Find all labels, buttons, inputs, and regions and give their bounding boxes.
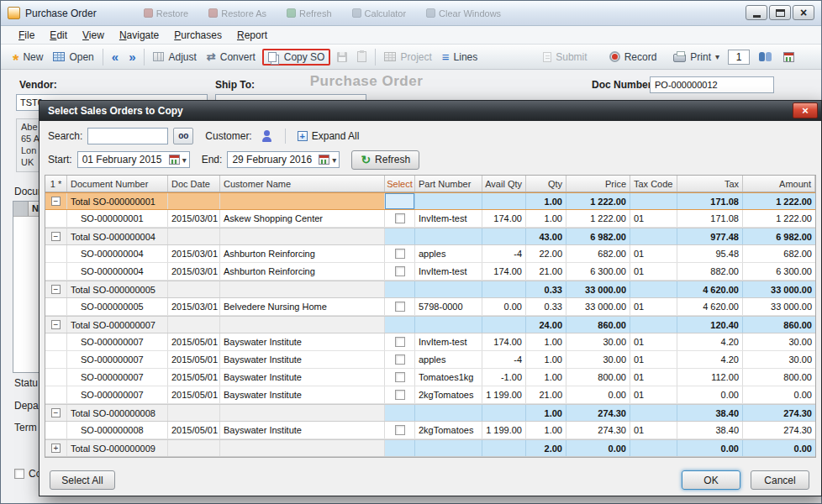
select-checkbox[interactable] xyxy=(395,213,405,223)
so-detail-row[interactable]: SO-0000000082015/05/01Bayswater Institut… xyxy=(45,422,815,439)
cancel-button[interactable]: Cancel xyxy=(751,470,809,490)
expand-all-button[interactable]: Expand All xyxy=(293,129,364,144)
select-checkbox[interactable] xyxy=(395,425,405,435)
cell-avail xyxy=(482,317,526,333)
cell-qty: 43.00 xyxy=(526,228,566,244)
cell-date: 2015/03/01 xyxy=(168,298,220,315)
print-button[interactable]: Print xyxy=(668,49,725,66)
confirm-checkbox[interactable] xyxy=(14,469,24,479)
so-group-row[interactable]: −Total SO-0000000011.001 222.00171.081 2… xyxy=(45,192,815,210)
submit-button[interactable]: Submit xyxy=(538,49,592,66)
so-detail-row[interactable]: SO-0000000042015/03/01Ashburton Reinforc… xyxy=(45,245,815,263)
collapse-icon[interactable]: − xyxy=(51,197,61,206)
column-header-amount[interactable]: Amount xyxy=(743,176,815,192)
close-button[interactable] xyxy=(793,5,814,20)
collapse-icon[interactable]: − xyxy=(51,285,61,294)
menu-bar: File Edit View Navigate Purchases Report xyxy=(1,26,821,45)
search-input[interactable] xyxy=(87,128,168,144)
lines-button[interactable]: Lines xyxy=(437,49,482,66)
customer-picker-button[interactable] xyxy=(257,128,277,144)
separator xyxy=(285,129,286,144)
open-button[interactable]: Open xyxy=(48,49,98,66)
so-detail-row[interactable]: SO-0000000052015/03/01Belvedere Nursing … xyxy=(45,298,815,316)
select-checkbox[interactable] xyxy=(395,337,405,347)
select-checkbox[interactable] xyxy=(395,266,405,276)
menu-edit[interactable]: Edit xyxy=(42,28,75,43)
so-detail-row[interactable]: SO-0000000072015/05/01Bayswater Institut… xyxy=(45,333,815,351)
find-button[interactable] xyxy=(173,128,193,144)
refresh-button[interactable]: Refresh xyxy=(351,150,419,170)
dialog-close-button[interactable] xyxy=(793,102,818,118)
paste-button[interactable] xyxy=(352,49,371,65)
column-header-customer-name[interactable]: Customer Name xyxy=(220,176,385,192)
collapse-icon[interactable]: − xyxy=(51,232,61,241)
page-number-field[interactable]: 1 xyxy=(728,50,750,65)
column-header-select[interactable]: Select xyxy=(385,176,415,192)
window-titlebar: Purchase Order Restore Restore As Refres… xyxy=(1,1,821,26)
maximize-button[interactable] xyxy=(769,5,791,20)
minimize-button[interactable] xyxy=(746,5,767,20)
person-icon xyxy=(261,130,272,142)
so-group-row[interactable]: −Total SO-0000000050.3333 000.004 620.00… xyxy=(45,281,815,298)
collapse-icon[interactable]: − xyxy=(51,320,61,329)
cell-ind xyxy=(45,422,67,438)
cell-avail: 174.00 xyxy=(482,263,526,280)
save-button[interactable] xyxy=(332,50,352,65)
column-header-tax-code[interactable]: Tax Code xyxy=(630,176,677,192)
ok-button[interactable]: OK xyxy=(682,470,740,490)
column-header-avail-qty[interactable]: Avail Qty xyxy=(482,176,526,192)
calendar-button[interactable] xyxy=(778,50,799,65)
cell-part: InvItem-test xyxy=(415,333,482,350)
menu-purchases[interactable]: Purchases xyxy=(166,28,229,43)
cell-cust: Ashburton Reinforcing xyxy=(220,263,385,280)
so-group-row[interactable]: −Total SO-0000000081.00274.3038.40274.30 xyxy=(45,404,815,422)
select-all-button[interactable]: Select All xyxy=(50,470,115,490)
cell-cust: Askew Shopping Center xyxy=(220,210,385,227)
select-checkbox[interactable] xyxy=(395,390,405,400)
next-button[interactable] xyxy=(124,50,140,65)
cell-tax: 95.48 xyxy=(677,245,743,262)
column-header-qty[interactable]: Qty xyxy=(526,176,566,192)
project-button[interactable]: Project xyxy=(379,49,436,66)
so-detail-row[interactable]: SO-0000000072015/05/01Bayswater Institut… xyxy=(45,386,815,404)
select-checkbox[interactable] xyxy=(395,302,405,312)
column-header-indicator[interactable]: 1 * xyxy=(45,176,67,192)
select-checkbox[interactable] xyxy=(395,372,405,382)
so-group-row[interactable]: −Total SO-00000000443.006 982.00977.486 … xyxy=(45,228,815,245)
select-checkbox[interactable] xyxy=(395,249,405,259)
new-button[interactable]: New xyxy=(8,49,48,66)
record-button[interactable]: Record xyxy=(604,49,662,66)
column-header-doc-date[interactable]: Doc Date xyxy=(168,176,220,192)
previous-button[interactable] xyxy=(107,50,124,65)
calculator-icon xyxy=(352,8,361,18)
doc-number-field[interactable] xyxy=(650,76,774,93)
cell-price: 6 982.00 xyxy=(566,228,630,244)
cell-ind xyxy=(45,210,67,227)
select-checkbox[interactable] xyxy=(395,354,405,365)
expand-icon[interactable]: + xyxy=(51,444,61,453)
so-group-row[interactable]: −Total SO-00000000724.00860.00120.40860.… xyxy=(45,316,815,333)
column-header-price[interactable]: Price xyxy=(566,176,630,192)
column-header-document-number[interactable]: Document Number xyxy=(67,176,168,192)
so-detail-row[interactable]: SO-0000000012015/03/01Askew Shopping Cen… xyxy=(45,210,815,228)
menu-navigate[interactable]: Navigate xyxy=(112,28,166,43)
convert-button[interactable]: Convert xyxy=(202,48,261,66)
menu-file[interactable]: File xyxy=(11,28,42,43)
copy-so-button[interactable]: Copy SO xyxy=(268,51,325,63)
start-date-picker[interactable]: 01 February 2015 xyxy=(77,151,190,168)
so-detail-row[interactable]: SO-0000000072015/05/01Bayswater Institut… xyxy=(45,351,815,369)
column-header-part-number[interactable]: Part Number xyxy=(415,176,482,192)
menu-report[interactable]: Report xyxy=(229,28,275,43)
cell-price: 274.30 xyxy=(566,422,630,438)
collapse-icon[interactable]: − xyxy=(51,408,61,417)
so-group-row[interactable]: +Total SO-0000000092.000.000.000.00 xyxy=(45,439,815,457)
menu-view[interactable]: View xyxy=(75,28,112,43)
adjust-button[interactable]: Adjust xyxy=(148,49,201,66)
so-detail-row[interactable]: SO-0000000072015/05/01Bayswater Institut… xyxy=(45,369,815,386)
column-header-tax[interactable]: Tax xyxy=(677,176,743,192)
users-button[interactable] xyxy=(753,49,778,65)
cell-tax: 4 620.00 xyxy=(677,298,743,315)
so-detail-row[interactable]: SO-0000000042015/03/01Ashburton Reinforc… xyxy=(45,263,815,281)
calendar-icon xyxy=(169,155,180,165)
end-date-picker[interactable]: 29 February 2016 xyxy=(227,151,340,168)
